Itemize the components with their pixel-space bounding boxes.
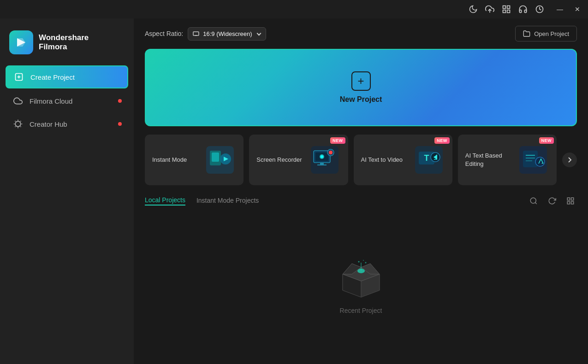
tabs-right xyxy=(527,194,577,207)
svg-rect-34 xyxy=(317,164,327,165)
svg-line-12 xyxy=(15,121,16,122)
svg-rect-33 xyxy=(320,163,324,164)
app-logo: Wondershare Filmora xyxy=(0,26,134,65)
empty-state: Recent Project xyxy=(145,215,577,353)
monitor-icon xyxy=(193,31,199,36)
refresh-icon[interactable] xyxy=(546,194,558,207)
logo-name-line1: Wondershare xyxy=(39,33,89,42)
svg-rect-23 xyxy=(212,153,219,162)
aspect-ratio-section: Aspect Ratio: 16:9 (Widescreen) xyxy=(145,27,266,41)
feature-card-screen-recorder[interactable]: NEW Screen Recorder xyxy=(249,135,348,185)
ai-text-based-editing-new-badge: NEW xyxy=(539,137,554,144)
svg-text:T: T xyxy=(424,153,429,163)
projects-area: + New Project Instant Mode xyxy=(134,49,588,364)
new-project-banner[interactable]: + New Project xyxy=(145,49,577,126)
sidebar-item-create-project[interactable]: Create Project xyxy=(6,65,128,88)
search-icon[interactable] xyxy=(527,194,540,207)
ai-text-to-video-image: T xyxy=(413,144,445,176)
ai-text-to-video-label: AI Text to Video xyxy=(361,156,407,164)
svg-point-32 xyxy=(329,151,333,154)
upload-icon[interactable] xyxy=(485,4,495,14)
timer-icon[interactable] xyxy=(535,4,545,14)
svg-rect-18 xyxy=(193,32,199,35)
moon-icon[interactable] xyxy=(468,4,478,14)
svg-rect-50 xyxy=(571,202,574,204)
svg-point-45 xyxy=(535,157,545,166)
chevron-down-icon xyxy=(257,31,261,35)
empty-state-text: Recent Project xyxy=(340,307,382,314)
sidebar: Wondershare Filmora Create Project xyxy=(0,18,134,364)
screen-recorder-image xyxy=(309,144,341,176)
close-button[interactable]: ✕ xyxy=(572,4,582,14)
sidebar-nav: Create Project Filmora Cloud xyxy=(0,65,134,135)
creator-hub-badge xyxy=(118,122,122,126)
tabs-left: Local Projects Instant Mode Projects xyxy=(145,196,259,205)
empty-box-image xyxy=(333,253,389,299)
grid-view-icon[interactable] xyxy=(564,194,577,207)
svg-line-13 xyxy=(20,126,21,127)
svg-point-55 xyxy=(363,260,364,261)
svg-point-46 xyxy=(530,198,536,203)
sidebar-item-creator-hub[interactable]: Creator Hub xyxy=(6,113,128,135)
screen-recorder-new-badge: NEW xyxy=(330,137,345,144)
lightbulb-icon xyxy=(13,119,23,129)
grid-icon[interactable] xyxy=(501,4,511,14)
svg-point-54 xyxy=(358,261,359,263)
ai-text-based-editing-label: AI Text Based Editing xyxy=(465,152,511,168)
feature-card-ai-text-to-video[interactable]: NEW AI Text to Video T xyxy=(354,135,452,185)
screen-recorder-label: Screen Recorder xyxy=(256,156,303,164)
sidebar-item-label: Creator Hub xyxy=(30,120,67,128)
feature-card-instant-mode[interactable]: Instant Mode xyxy=(145,135,244,185)
filmora-cloud-badge xyxy=(118,99,122,103)
ai-text-to-video-new-badge: NEW xyxy=(434,137,450,144)
minimize-button[interactable]: — xyxy=(555,4,565,14)
svg-point-9 xyxy=(15,121,21,127)
svg-line-17 xyxy=(20,121,21,122)
scroll-right-arrow[interactable] xyxy=(562,153,577,167)
sidebar-item-label: Filmora Cloud xyxy=(30,97,72,105)
sidebar-item-label: Create Project xyxy=(30,73,75,81)
svg-line-16 xyxy=(15,126,16,127)
sidebar-item-filmora-cloud[interactable]: Filmora Cloud xyxy=(6,90,128,112)
open-project-label: Open Project xyxy=(534,30,569,37)
svg-rect-41 xyxy=(523,151,538,167)
top-bar: Aspect Ratio: 16:9 (Widescreen) Open Pro… xyxy=(134,18,588,49)
ai-text-based-editing-image xyxy=(517,144,549,176)
feature-cards-row: Instant Mode NEW Screen Recor xyxy=(145,135,577,185)
svg-line-47 xyxy=(535,202,536,204)
cloud-icon xyxy=(13,96,23,106)
projects-tabs: Local Projects Instant Mode Projects xyxy=(145,194,577,207)
instant-mode-label: Instant Mode xyxy=(152,156,198,164)
tab-instant-mode-projects[interactable]: Instant Mode Projects xyxy=(196,197,259,205)
svg-rect-2 xyxy=(507,6,510,9)
plus-square-icon xyxy=(14,72,24,82)
svg-point-56 xyxy=(365,262,366,264)
tab-local-projects[interactable]: Local Projects xyxy=(145,196,185,205)
svg-rect-51 xyxy=(567,202,570,204)
open-project-button[interactable]: Open Project xyxy=(515,26,577,41)
svg-point-30 xyxy=(321,155,323,158)
svg-rect-3 xyxy=(507,10,510,13)
logo-name-line2: Filmora xyxy=(39,42,89,52)
svg-rect-1 xyxy=(503,6,506,9)
main-layout: Wondershare Filmora Create Project xyxy=(0,18,588,364)
instant-mode-image xyxy=(204,144,236,176)
folder-icon xyxy=(523,30,530,37)
svg-rect-48 xyxy=(567,198,570,200)
title-bar: — ✕ xyxy=(0,0,588,18)
new-project-plus-icon: + xyxy=(351,71,371,91)
feature-card-ai-text-based-editing[interactable]: NEW AI Text Based Editing xyxy=(458,135,557,185)
new-project-label: New Project xyxy=(340,95,382,104)
content-area: Aspect Ratio: 16:9 (Widescreen) Open Pro… xyxy=(134,18,588,364)
headset-icon[interactable] xyxy=(518,4,528,14)
logo-text: Wondershare Filmora xyxy=(39,33,89,52)
svg-rect-4 xyxy=(503,10,506,13)
aspect-ratio-dropdown[interactable]: 16:9 (Widescreen) xyxy=(188,27,266,41)
aspect-ratio-label: Aspect Ratio: xyxy=(145,30,183,37)
svg-rect-49 xyxy=(571,198,574,200)
logo-icon xyxy=(9,30,33,54)
aspect-ratio-value: 16:9 (Widescreen) xyxy=(203,30,252,37)
